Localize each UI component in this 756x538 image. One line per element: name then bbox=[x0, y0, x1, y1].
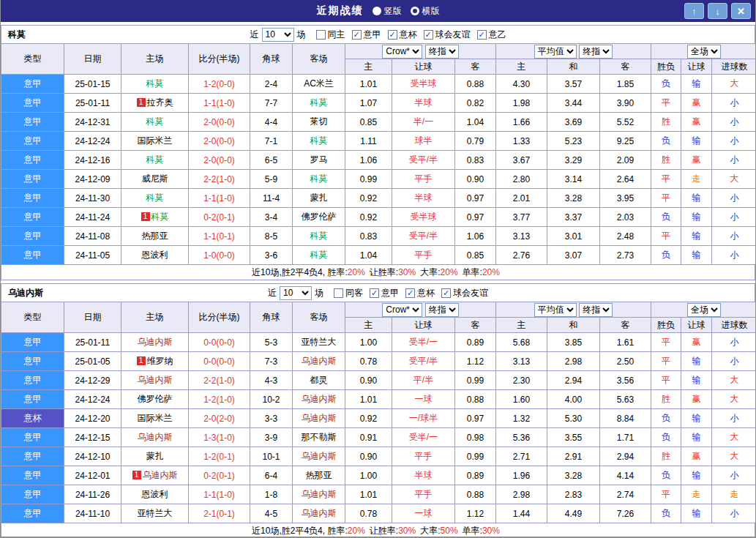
away-team-cell[interactable]: 罗马 bbox=[293, 151, 345, 170]
avg-kind-select[interactable]: 终指 bbox=[579, 303, 613, 317]
filter-checkbox-球会友谊[interactable]: ✓球会友谊 bbox=[424, 29, 471, 41]
away-team-cell[interactable]: AC米兰 bbox=[293, 75, 345, 94]
avg-select[interactable]: 平均值 bbox=[534, 45, 577, 59]
layout-radio-vertical[interactable]: 竖版 bbox=[373, 5, 402, 18]
home-team-cell[interactable]: 国际米兰 bbox=[121, 409, 189, 428]
score-cell[interactable]: 2-0(0-0) bbox=[189, 151, 250, 170]
home-team-cell[interactable]: 乌迪内斯 bbox=[121, 333, 189, 352]
score-cell[interactable]: 0-0(0-0) bbox=[189, 333, 250, 352]
filter-checkbox-意乙[interactable]: ✓意乙 bbox=[477, 29, 506, 41]
score-cell[interactable]: 2-2(1-0) bbox=[189, 170, 250, 189]
away-team-cell[interactable]: 亚特兰大 bbox=[293, 333, 345, 352]
away-team-cell[interactable]: 乌迪内斯 bbox=[293, 447, 345, 466]
score-cell[interactable]: 0-2(0-1) bbox=[189, 208, 250, 227]
scope-select[interactable]: 全场 bbox=[687, 303, 721, 317]
score-cell[interactable]: 1-1(1-0) bbox=[189, 189, 250, 208]
away-team-cell[interactable]: 乌迪内斯 bbox=[293, 485, 345, 504]
home-team-cell[interactable]: 1科莫 bbox=[121, 208, 189, 227]
away-team-cell[interactable]: 乌迪内斯 bbox=[293, 409, 345, 428]
home-team-cell[interactable]: 乌迪内斯 bbox=[121, 428, 189, 447]
corners-cell: 7-1 bbox=[250, 132, 293, 151]
home-team-cell[interactable]: 威尼斯 bbox=[121, 170, 189, 189]
home-team-cell[interactable]: 科莫 bbox=[121, 113, 189, 132]
away-team-cell[interactable]: 莱切 bbox=[293, 113, 345, 132]
score-cell[interactable]: 1-1(1-0) bbox=[189, 94, 250, 113]
avg-draw-cell: 4.00 bbox=[547, 390, 600, 409]
close-button[interactable]: ✕ bbox=[731, 3, 751, 19]
away-team-cell[interactable]: 那不勒斯 bbox=[293, 428, 345, 447]
team-name[interactable]: 乌迪内斯 bbox=[8, 287, 43, 299]
home-team-cell[interactable]: 1维罗纳 bbox=[121, 352, 189, 371]
away-team-cell[interactable]: 科莫 bbox=[293, 246, 345, 265]
away-team-cell[interactable]: 科莫 bbox=[293, 170, 345, 189]
score-cell[interactable]: 2-1(0-1) bbox=[189, 504, 250, 523]
filter-checkbox-同客[interactable]: 同客 bbox=[334, 287, 363, 299]
home-team-cell[interactable]: 恩波利 bbox=[121, 485, 189, 504]
team-name[interactable]: 科莫 bbox=[8, 29, 26, 41]
score-cell[interactable]: 2-0(0-0) bbox=[189, 113, 250, 132]
score-cell[interactable]: 1-3(1-0) bbox=[189, 428, 250, 447]
result-cell: 负 bbox=[651, 208, 681, 227]
away-team-cell[interactable]: 蒙扎 bbox=[293, 189, 345, 208]
corners-cell: 3-3 bbox=[250, 409, 293, 428]
score-cell[interactable]: 1-2(0-0) bbox=[189, 75, 250, 94]
filter-checkbox-意杯[interactable]: ✓意杯 bbox=[405, 287, 435, 299]
home-team-cell[interactable]: 佛罗伦萨 bbox=[121, 390, 189, 409]
games-count-select[interactable]: 10 bbox=[262, 28, 294, 42]
odds-source-select[interactable]: Crow* bbox=[382, 303, 422, 317]
filter-checkbox-意甲[interactable]: ✓意甲 bbox=[370, 287, 399, 299]
scroll-up-button[interactable]: ↑ bbox=[684, 3, 704, 19]
home-team-cell[interactable]: 亚特兰大 bbox=[121, 504, 189, 523]
home-team-cell[interactable]: 科莫 bbox=[121, 151, 189, 170]
score-cell[interactable]: 0-2(0-1) bbox=[189, 466, 250, 485]
home-team-cell[interactable]: 1乌迪内斯 bbox=[121, 466, 189, 485]
score-cell[interactable]: 1-0(0-0) bbox=[189, 246, 250, 265]
home-team-cell[interactable]: 科莫 bbox=[121, 189, 189, 208]
home-team-cell[interactable]: 热那亚 bbox=[121, 227, 189, 246]
score-cell[interactable]: 1-2(1-0) bbox=[189, 390, 250, 409]
odds-kind-select[interactable]: 终指 bbox=[425, 303, 459, 317]
score-cell[interactable]: 2-0(2-0) bbox=[189, 409, 250, 428]
layout-radio-horizontal[interactable]: 横版 bbox=[411, 5, 440, 18]
titlebar: 近期战绩 竖版 横版 ↑ ↓ ✕ bbox=[1, 0, 755, 22]
away-team-cell[interactable]: 科莫 bbox=[293, 94, 345, 113]
scope-select[interactable]: 全场 bbox=[687, 45, 721, 59]
home-team-cell[interactable]: 1拉齐奥 bbox=[121, 94, 189, 113]
odds-kind-select[interactable]: 终指 bbox=[425, 45, 459, 59]
filter-checkbox-意甲[interactable]: ✓意甲 bbox=[352, 29, 381, 41]
avg-group-header: 平均值 终指 bbox=[496, 302, 651, 318]
subcol-odds-handicap: 让球 bbox=[392, 318, 455, 333]
score-cell[interactable]: 2-2(1-0) bbox=[189, 371, 250, 390]
away-team-cell[interactable]: 佛罗伦萨 bbox=[293, 208, 345, 227]
home-team-cell[interactable]: 蒙扎 bbox=[121, 447, 189, 466]
away-team-cell[interactable]: 科莫 bbox=[293, 132, 345, 151]
date-cell: 24-11-24 bbox=[64, 208, 121, 227]
score-cell[interactable]: 0-0(0-0) bbox=[189, 352, 250, 371]
away-team-cell[interactable]: 都灵 bbox=[293, 371, 345, 390]
home-team-cell[interactable]: 恩波利 bbox=[121, 246, 189, 265]
filter-checkbox-意杯[interactable]: ✓意杯 bbox=[388, 29, 417, 41]
away-team-cell[interactable]: 科莫 bbox=[293, 227, 345, 246]
avg-kind-select[interactable]: 终指 bbox=[579, 45, 613, 59]
games-count-select[interactable]: 10 bbox=[280, 286, 312, 300]
score-cell[interactable]: 1-2(0-1) bbox=[189, 447, 250, 466]
away-team-cell[interactable]: 乌迪内斯 bbox=[293, 352, 345, 371]
away-team-cell[interactable]: 乌迪内斯 bbox=[293, 504, 345, 523]
avg-select[interactable]: 平均值 bbox=[534, 303, 577, 317]
filter-checkbox-同主[interactable]: 同主 bbox=[316, 29, 345, 41]
home-team-cell[interactable]: 乌迪内斯 bbox=[121, 371, 189, 390]
home-team-cell[interactable]: 国际米兰 bbox=[121, 132, 189, 151]
score-cell[interactable]: 2-0(0-0) bbox=[189, 132, 250, 151]
scroll-down-button[interactable]: ↓ bbox=[708, 3, 727, 19]
score-cell[interactable]: 1-1(1-0) bbox=[189, 485, 250, 504]
filter-checkbox-球会友谊[interactable]: ✓球会友谊 bbox=[441, 287, 488, 299]
away-odds-cell: 0.99 bbox=[455, 447, 496, 466]
home-team-cell[interactable]: 科莫 bbox=[121, 75, 189, 94]
league-cell: 意甲 bbox=[1, 246, 64, 265]
away-team-cell[interactable]: 乌迪内斯 bbox=[293, 390, 345, 409]
away-team-cell[interactable]: 热那亚 bbox=[293, 466, 345, 485]
score-cell[interactable]: 1-1(0-1) bbox=[189, 227, 250, 246]
odds-source-select[interactable]: Crow* bbox=[382, 45, 422, 59]
avg-away-cell: 3.90 bbox=[600, 94, 651, 113]
match-row: 意甲24-11-30科莫1-1(1-0)11-4蒙扎0.92半球0.972.01… bbox=[1, 189, 756, 208]
